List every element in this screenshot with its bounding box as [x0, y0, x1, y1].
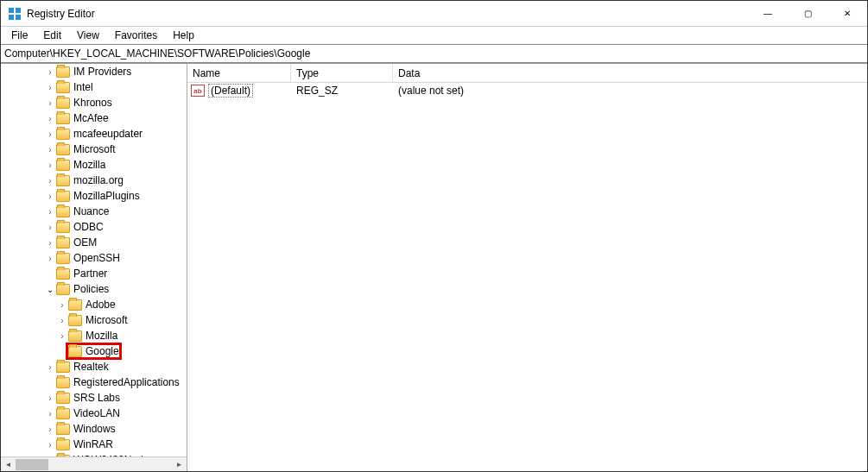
tree-item[interactable]: ›MozillaPlugins	[1, 188, 187, 204]
folder-icon	[56, 424, 70, 435]
chevron-right-icon[interactable]: ›	[56, 300, 68, 310]
tree-item[interactable]: ›Nuance	[1, 204, 187, 219]
tree-item-label: Adobe	[86, 299, 116, 311]
tree-item[interactable]: ›Microsoft	[1, 142, 187, 157]
tree-item-label: Windows	[73, 423, 116, 435]
tree-item[interactable]: ›Khronos	[1, 95, 187, 110]
folder-icon	[56, 66, 70, 78]
tree-item-label: Nuance	[73, 205, 109, 217]
tree-item[interactable]: ›OEM	[1, 235, 187, 250]
chevron-right-icon[interactable]: ›	[44, 393, 56, 403]
chevron-right-icon[interactable]: ›	[44, 160, 56, 170]
chevron-right-icon[interactable]: ›	[56, 331, 68, 341]
chevron-right-icon[interactable]: ›	[44, 192, 56, 201]
chevron-right-icon[interactable]: ›	[44, 176, 56, 186]
string-value-icon: ab	[191, 85, 205, 97]
scroll-thumb[interactable]	[16, 459, 48, 470]
tree-item[interactable]: ›mozilla.org	[1, 173, 187, 188]
menu-favorites[interactable]: Favorites	[108, 28, 164, 43]
tree-scroll[interactable]: ›IM Providers›Intel›Khronos›McAfee›mcafe…	[1, 64, 187, 456]
chevron-right-icon[interactable]: ›	[44, 129, 56, 139]
folder-icon	[56, 393, 70, 404]
folder-icon	[68, 299, 82, 311]
scroll-left-arrow-icon[interactable]: ◄	[1, 457, 16, 471]
folder-icon	[56, 439, 70, 450]
tree-item-label: Microsoft	[73, 143, 116, 155]
tree-item[interactable]: ›SRS Labs	[1, 390, 187, 406]
chevron-right-icon[interactable]: ›	[44, 83, 56, 92]
tree-item-label: RegisteredApplications	[73, 376, 180, 388]
folder-icon	[56, 222, 70, 233]
scroll-right-arrow-icon[interactable]: ►	[172, 457, 187, 471]
value-row[interactable]: ab(Default)REG_SZ(value not set)	[187, 83, 867, 98]
close-button[interactable]: ✕	[827, 1, 867, 26]
tree-item-label: ODBC	[73, 221, 104, 233]
chevron-right-icon[interactable]: ›	[44, 362, 56, 372]
tree-item-label: mcafeeupdater	[73, 128, 143, 140]
tree-item-label: McAfee	[73, 112, 109, 124]
svg-rect-2	[9, 15, 14, 20]
chevron-right-icon[interactable]: ›	[44, 254, 56, 263]
chevron-right-icon[interactable]: ›	[44, 223, 56, 232]
tree-item[interactable]: ›mcafeeupdater	[1, 126, 187, 142]
chevron-down-icon[interactable]: ⌄	[44, 285, 56, 294]
tree-item[interactable]: RegisteredApplications	[1, 374, 187, 390]
chevron-right-icon[interactable]: ›	[44, 440, 56, 450]
tree-item[interactable]: ›VideoLAN	[1, 406, 187, 421]
tree-item[interactable]: ›Mozilla	[1, 157, 187, 173]
tree-item[interactable]: ›Adobe	[1, 297, 187, 312]
folder-icon	[56, 129, 70, 140]
horizontal-scrollbar[interactable]: ◄ ►	[1, 456, 187, 471]
tree-item[interactable]: ›Microsoft	[1, 312, 187, 328]
value-name: (Default)	[208, 84, 253, 98]
folder-icon	[56, 455, 70, 457]
tree-item[interactable]: ›Intel	[1, 79, 187, 95]
menu-help[interactable]: Help	[166, 28, 201, 43]
tree-item-label: OEM	[73, 236, 97, 249]
chevron-right-icon[interactable]: ›	[44, 409, 56, 419]
folder-icon	[56, 113, 70, 124]
column-type[interactable]: Type	[291, 64, 393, 82]
tree-item[interactable]: ›Realtek	[1, 359, 187, 374]
chevron-right-icon[interactable]: ›	[44, 207, 56, 217]
menu-view[interactable]: View	[70, 28, 106, 43]
tree-item-label: MozillaPlugins	[73, 190, 140, 202]
address-bar[interactable]: Computer\HKEY_LOCAL_MACHINE\SOFTWARE\Pol…	[1, 44, 867, 63]
tree-item[interactable]: ›Windows	[1, 421, 187, 437]
folder-icon	[56, 175, 70, 186]
values-pane: Name Type Data ab(Default)REG_SZ(value n…	[187, 64, 867, 471]
folder-icon	[56, 160, 70, 171]
tree-item[interactable]: ›IM Providers	[1, 64, 187, 79]
tree-item-label: Intel	[73, 81, 93, 93]
menu-file[interactable]: File	[4, 28, 35, 43]
tree-item-label: Google	[86, 345, 119, 357]
folder-icon	[56, 237, 70, 249]
column-name[interactable]: Name	[187, 64, 291, 82]
svg-rect-3	[16, 15, 21, 20]
tree-item[interactable]: ›Mozilla	[1, 328, 187, 343]
values-header: Name Type Data	[187, 64, 867, 83]
tree-item[interactable]: ›McAfee	[1, 110, 187, 126]
chevron-right-icon[interactable]: ›	[44, 67, 56, 77]
tree-item[interactable]: Google	[1, 343, 187, 359]
chevron-right-icon[interactable]: ›	[44, 238, 56, 248]
scroll-track[interactable]	[16, 457, 172, 471]
menu-edit[interactable]: Edit	[36, 28, 68, 43]
minimize-button[interactable]: —	[748, 1, 788, 26]
chevron-right-icon[interactable]: ›	[44, 425, 56, 434]
tree-item[interactable]: ›OpenSSH	[1, 250, 187, 266]
tree-item[interactable]: ⌄Policies	[1, 281, 187, 297]
tree-item[interactable]: Partner	[1, 266, 187, 281]
tree-item[interactable]: ›WinRAR	[1, 437, 187, 452]
chevron-right-icon[interactable]: ›	[44, 114, 56, 123]
folder-icon	[56, 144, 70, 155]
folder-icon	[68, 330, 82, 342]
chevron-right-icon[interactable]: ›	[44, 98, 56, 108]
titlebar: Registry Editor — ▢ ✕	[1, 1, 867, 27]
chevron-right-icon[interactable]: ›	[44, 145, 56, 154]
folder-icon	[56, 253, 70, 264]
maximize-button[interactable]: ▢	[788, 1, 827, 26]
tree-item[interactable]: ›ODBC	[1, 219, 187, 235]
chevron-right-icon[interactable]: ›	[56, 316, 68, 325]
column-data[interactable]: Data	[393, 64, 867, 82]
